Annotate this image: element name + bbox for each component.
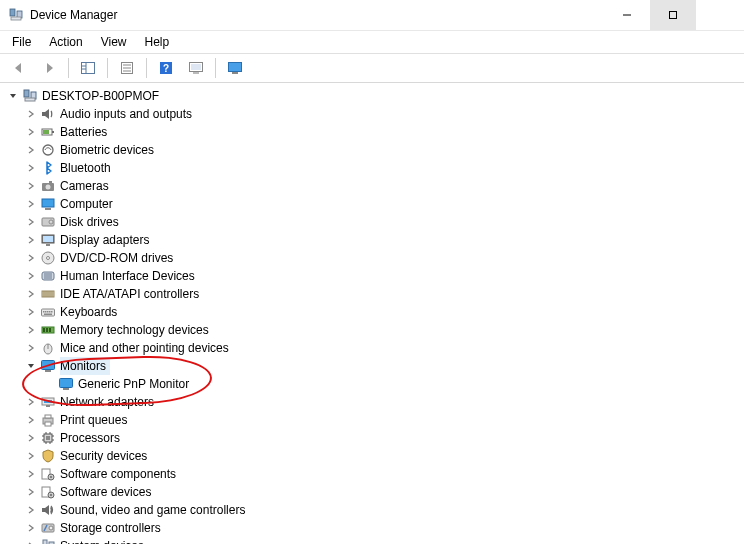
svg-text:?: ? <box>163 63 169 74</box>
toolbar-separator <box>146 58 147 78</box>
toolbar-properties-button[interactable] <box>114 56 140 80</box>
tree-category[interactable]: Biometric devices <box>6 141 744 159</box>
tree-category[interactable]: DVD/CD-ROM drives <box>6 249 744 267</box>
tree-category-label: Storage controllers <box>60 519 165 537</box>
swdev-icon <box>40 484 56 500</box>
chevron-right-icon[interactable] <box>24 539 38 544</box>
tree-category-label: Memory technology devices <box>60 321 213 339</box>
chevron-right-icon[interactable] <box>24 341 38 355</box>
disk-icon <box>40 214 56 230</box>
chevron-right-icon[interactable] <box>24 161 38 175</box>
maximize-button[interactable] <box>650 0 696 30</box>
chevron-right-icon[interactable] <box>24 251 38 265</box>
minimize-button[interactable] <box>604 0 650 30</box>
toolbar-separator <box>215 58 216 78</box>
tree-category[interactable]: Sound, video and game controllers <box>6 501 744 519</box>
chevron-right-icon[interactable] <box>24 323 38 337</box>
chevron-right-icon[interactable] <box>24 305 38 319</box>
tree-category-monitors[interactable]: Monitors <box>6 357 744 375</box>
printer-icon <box>40 412 56 428</box>
close-button[interactable] <box>696 0 742 30</box>
chevron-right-icon[interactable] <box>24 287 38 301</box>
keyboard-icon <box>40 304 56 320</box>
tree-category[interactable]: Batteries <box>6 123 744 141</box>
menu-file[interactable]: File <box>4 33 39 51</box>
tree-category-label: Human Interface Devices <box>60 267 199 285</box>
toolbar-scan-hardware-button[interactable] <box>183 56 209 80</box>
chevron-right-icon[interactable] <box>24 503 38 517</box>
tree-category[interactable]: Cameras <box>6 177 744 195</box>
chevron-right-icon[interactable] <box>24 449 38 463</box>
tree-category[interactable]: Disk drives <box>6 213 744 231</box>
tree-category-label: Keyboards <box>60 303 121 321</box>
menu-view[interactable]: View <box>93 33 135 51</box>
chevron-right-icon[interactable] <box>24 269 38 283</box>
menu-help[interactable]: Help <box>137 33 178 51</box>
svg-rect-26 <box>63 388 69 390</box>
chevron-right-icon[interactable] <box>24 233 38 247</box>
chevron-right-icon[interactable] <box>24 179 38 193</box>
network-icon <box>40 394 56 410</box>
cpu-icon <box>40 430 56 446</box>
biometric-icon <box>40 142 56 158</box>
toolbar-forward-button[interactable] <box>36 56 62 80</box>
toolbar-monitor-button[interactable] <box>222 56 248 80</box>
tree-category[interactable]: Display adapters <box>6 231 744 249</box>
sound-icon <box>40 502 56 518</box>
storage-icon <box>40 520 56 536</box>
tree-root[interactable]: DESKTOP-B00PMOF <box>6 87 744 105</box>
tree-category[interactable]: Mice and other pointing devices <box>6 339 744 357</box>
tree-device-generic-pnp-monitor[interactable]: Generic PnP Monitor <box>6 375 744 393</box>
chevron-right-icon[interactable] <box>24 413 38 427</box>
svg-rect-4 <box>670 12 677 19</box>
chevron-right-icon[interactable] <box>24 431 38 445</box>
svg-rect-5 <box>82 63 95 74</box>
tree-category[interactable]: Computer <box>6 195 744 213</box>
chevron-right-icon[interactable] <box>24 521 38 535</box>
monitor-icon <box>58 376 74 392</box>
chevron-right-icon[interactable] <box>24 125 38 139</box>
toolbar-back-button[interactable] <box>6 56 32 80</box>
tree-category[interactable]: Memory technology devices <box>6 321 744 339</box>
chevron-right-icon[interactable] <box>24 395 38 409</box>
monitor-icon <box>40 358 56 374</box>
chevron-right-icon[interactable] <box>24 107 38 121</box>
chevron-right-icon[interactable] <box>24 197 38 211</box>
battery-icon <box>40 124 56 140</box>
tree-category-label: Processors <box>60 429 124 447</box>
tree-category[interactable]: Processors <box>6 429 744 447</box>
tree-category[interactable]: Software components <box>6 465 744 483</box>
tree-root-label: DESKTOP-B00PMOF <box>42 87 163 105</box>
chevron-right-icon[interactable] <box>24 143 38 157</box>
chevron-down-icon[interactable] <box>24 359 38 373</box>
ide-icon <box>40 286 56 302</box>
tree-category[interactable]: Human Interface Devices <box>6 267 744 285</box>
toolbar-show-hide-console-tree-button[interactable] <box>75 56 101 80</box>
tree-category[interactable]: Storage controllers <box>6 519 744 537</box>
chevron-right-icon[interactable] <box>24 485 38 499</box>
tree-category[interactable]: Software devices <box>6 483 744 501</box>
window-title: Device Manager <box>30 8 604 22</box>
tree-category-label: Cameras <box>60 177 113 195</box>
tree-category[interactable]: Security devices <box>6 447 744 465</box>
security-icon <box>40 448 56 464</box>
tree-category[interactable]: Bluetooth <box>6 159 744 177</box>
tree-category-label: Audio inputs and outputs <box>60 105 196 123</box>
chevron-right-icon[interactable] <box>24 467 38 481</box>
tree-category[interactable]: IDE ATA/ATAPI controllers <box>6 285 744 303</box>
tree-category[interactable]: Audio inputs and outputs <box>6 105 744 123</box>
tree-category[interactable]: Keyboards <box>6 303 744 321</box>
titlebar: Device Manager <box>0 0 744 31</box>
chevron-down-icon[interactable] <box>6 89 20 103</box>
menu-action[interactable]: Action <box>41 33 90 51</box>
tree-category-label: Disk drives <box>60 213 123 231</box>
toolbar-help-button[interactable]: ? <box>153 56 179 80</box>
tree-category[interactable]: Print queues <box>6 411 744 429</box>
audio-icon <box>40 106 56 122</box>
tree-category[interactable]: System devices <box>6 537 744 544</box>
chevron-right-icon[interactable] <box>24 215 38 229</box>
svg-rect-16 <box>191 64 201 70</box>
tree-category-label: IDE ATA/ATAPI controllers <box>60 285 203 303</box>
tree-category-label: Security devices <box>60 447 151 465</box>
tree-category[interactable]: Network adapters <box>6 393 744 411</box>
